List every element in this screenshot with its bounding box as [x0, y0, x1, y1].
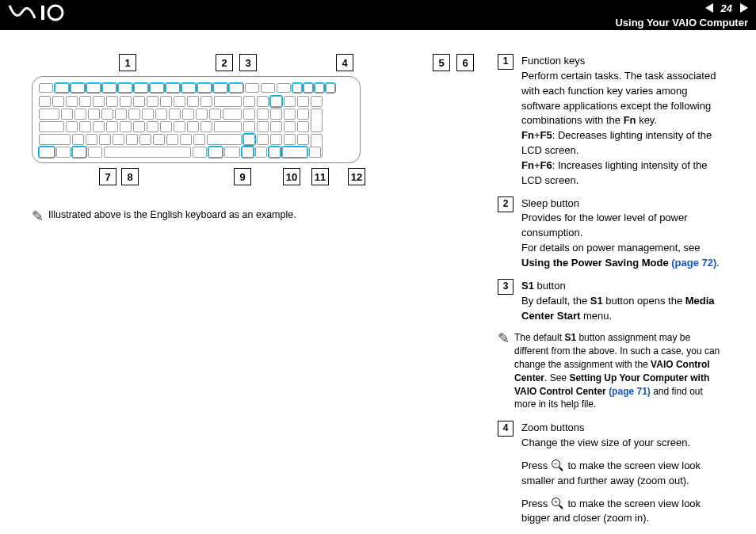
illustration-column: 1 2 3 4 5 6 [32, 54, 474, 534]
link-page-71[interactable]: (page 71) [609, 386, 651, 397]
callout-1: 1 [119, 54, 136, 71]
illustration-note: ✎ Illustrated above is the English keybo… [32, 209, 474, 223]
page-header: 24 Using Your VAIO Computer [0, 0, 756, 30]
callout-7: 7 [99, 168, 116, 185]
link-page-72[interactable]: (page 72) [671, 257, 716, 269]
item-2-num: 2 [498, 196, 514, 212]
svg-rect-0 [41, 6, 44, 20]
callout-3: 3 [239, 54, 257, 71]
next-page-arrow-icon[interactable] [740, 3, 748, 13]
callout-5: 5 [433, 54, 450, 71]
item-1-num: 1 [498, 54, 514, 70]
item-1-title: Function keys [521, 54, 724, 69]
item-2-line1: Provides for the lower level of power co… [521, 211, 724, 241]
item-1: 1 Function keys Perform certain tasks. T… [498, 54, 724, 189]
callout-4: 4 [336, 54, 353, 71]
pencil-icon: ✎ [498, 331, 510, 411]
svg-point-1 [48, 6, 63, 20]
callout-11: 11 [311, 168, 329, 185]
top-callouts: 1 2 3 4 5 6 [32, 54, 474, 71]
note-s1-assignment: ✎ The default S1 button assignment may b… [498, 331, 724, 411]
item-4: 4 Zoom buttons Change the view size of y… [498, 421, 724, 534]
note-text: Illustrated above is the English keyboar… [48, 209, 296, 220]
zoom-out-icon: − [551, 459, 565, 473]
bottom-callouts: 7 8 9 10 11 12 [32, 168, 474, 185]
pencil-icon: ✎ [32, 209, 44, 223]
callout-8: 8 [121, 168, 139, 185]
callout-10: 10 [283, 168, 300, 185]
vaio-logo [8, 4, 79, 26]
keyboard-illustration [32, 76, 361, 163]
prev-page-arrow-icon[interactable] [705, 3, 713, 13]
section-title: Using Your VAIO Computer [615, 17, 748, 29]
item-2-title: Sleep button [521, 196, 724, 212]
callout-6: 6 [456, 54, 474, 71]
item-4-num: 4 [498, 421, 514, 437]
item-4-line1: Change the view size of your screen. [521, 436, 724, 451]
page-body: 1 2 3 4 5 6 [0, 30, 756, 534]
zoom-in-icon: + [551, 497, 565, 511]
callout-2: 2 [216, 54, 233, 71]
callout-9: 9 [234, 168, 251, 185]
page-number: 24 [721, 2, 732, 14]
callout-12: 12 [348, 168, 365, 185]
item-3-num: 3 [498, 279, 514, 295]
item-1-body: Perform certain tasks. The task associat… [521, 69, 724, 128]
description-column: 1 Function keys Perform certain tasks. T… [498, 54, 724, 534]
item-2: 2 Sleep button Provides for the lower le… [498, 196, 724, 271]
item-4-title: Zoom buttons [521, 421, 724, 436]
item-3: 3 S1 button By default, the S1 button op… [498, 279, 724, 324]
